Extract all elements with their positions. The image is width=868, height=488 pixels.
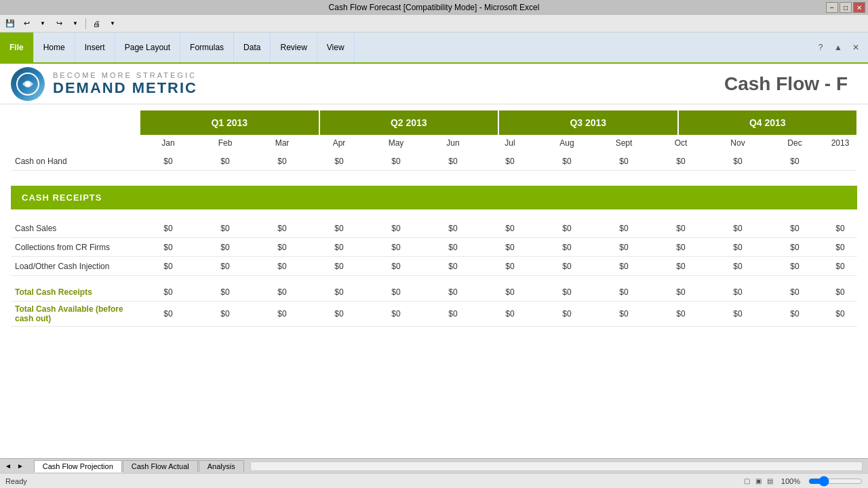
- tab-file[interactable]: File: [0, 33, 34, 62]
- tab-data[interactable]: Data: [234, 33, 271, 62]
- data-cell[interactable]: $0: [481, 154, 538, 169]
- data-cell[interactable]: $0: [595, 285, 652, 300]
- data-cell[interactable]: $0: [652, 154, 709, 169]
- data-cell[interactable]: $0: [140, 221, 197, 236]
- data-cell[interactable]: $0: [595, 154, 652, 169]
- data-cell[interactable]: $0: [481, 240, 538, 255]
- data-cell[interactable]: $0: [425, 154, 481, 169]
- data-cell[interactable]: $0: [254, 221, 311, 236]
- sheet-tab-projection[interactable]: Cash Flow Projection: [34, 460, 122, 472]
- data-cell[interactable]: $0: [254, 259, 311, 274]
- data-cell[interactable]: $0: [368, 259, 425, 274]
- data-cell[interactable]: $0: [652, 240, 709, 255]
- data-cell[interactable]: $0: [538, 285, 595, 300]
- data-cell[interactable]: $0: [766, 285, 823, 300]
- data-cell[interactable]: $0: [368, 306, 425, 321]
- data-cell[interactable]: $0: [140, 240, 197, 255]
- print-preview-button[interactable]: 🖨: [89, 17, 104, 30]
- data-cell[interactable]: $0: [709, 154, 766, 169]
- data-cell[interactable]: $0: [197, 285, 254, 300]
- data-cell[interactable]: $0: [652, 285, 709, 300]
- data-cell[interactable]: $0: [254, 306, 311, 321]
- data-cell[interactable]: $0: [595, 259, 652, 274]
- data-cell[interactable]: $0: [254, 154, 311, 169]
- data-cell[interactable]: $0: [425, 285, 481, 300]
- save-button[interactable]: 💾: [3, 17, 18, 30]
- data-cell[interactable]: $0: [368, 240, 425, 255]
- page-layout-view-button[interactable]: ▣: [755, 477, 762, 485]
- data-cell[interactable]: $0: [197, 306, 254, 321]
- data-cell[interactable]: $0: [254, 285, 311, 300]
- data-cell[interactable]: $0: [766, 154, 823, 169]
- data-cell[interactable]: $0: [766, 259, 823, 274]
- tab-insert[interactable]: Insert: [75, 33, 115, 62]
- sheet-tab-actual[interactable]: Cash Flow Actual: [123, 460, 198, 472]
- data-cell[interactable]: $0: [311, 221, 368, 236]
- data-cell[interactable]: $0: [311, 240, 368, 255]
- undo-button[interactable]: ↩: [19, 17, 34, 30]
- undo-dropdown-button[interactable]: ▼: [35, 17, 50, 30]
- data-cell[interactable]: $0: [140, 259, 197, 274]
- data-cell[interactable]: $0: [197, 240, 254, 255]
- close-button[interactable]: ✕: [853, 2, 865, 13]
- data-cell[interactable]: $0: [652, 306, 709, 321]
- customize-button[interactable]: ▼: [105, 17, 120, 30]
- data-cell[interactable]: $0: [481, 306, 538, 321]
- data-cell[interactable]: $0: [709, 221, 766, 236]
- data-cell[interactable]: $0: [311, 259, 368, 274]
- tab-view[interactable]: View: [317, 33, 355, 62]
- data-cell[interactable]: $0: [311, 154, 368, 169]
- normal-view-button[interactable]: ▢: [744, 477, 750, 485]
- data-cell[interactable]: $0: [766, 306, 823, 321]
- data-cell[interactable]: $0: [709, 285, 766, 300]
- data-cell[interactable]: $0: [538, 259, 595, 274]
- restore-button[interactable]: □: [840, 2, 852, 13]
- data-cell[interactable]: $0: [709, 240, 766, 255]
- data-cell[interactable]: $0: [595, 221, 652, 236]
- data-cell[interactable]: $0: [254, 240, 311, 255]
- data-cell[interactable]: $0: [425, 240, 481, 255]
- data-cell[interactable]: $0: [481, 221, 538, 236]
- ribbon-minimize-icon[interactable]: ▲: [831, 41, 845, 54]
- data-cell[interactable]: $0: [425, 221, 481, 236]
- data-cell[interactable]: $0: [140, 285, 197, 300]
- data-cell[interactable]: $0: [368, 221, 425, 236]
- data-cell[interactable]: $0: [766, 240, 823, 255]
- data-cell[interactable]: $0: [652, 221, 709, 236]
- sheet-nav-prev[interactable]: ◄: [3, 462, 14, 470]
- sheet-tab-analysis[interactable]: Analysis: [199, 460, 244, 472]
- data-cell[interactable]: $0: [311, 306, 368, 321]
- data-cell[interactable]: $0: [368, 154, 425, 169]
- tab-review[interactable]: Review: [271, 33, 317, 62]
- data-cell[interactable]: $0: [766, 221, 823, 236]
- minimize-button[interactable]: −: [826, 2, 838, 13]
- data-cell[interactable]: $0: [425, 259, 481, 274]
- data-cell[interactable]: $0: [197, 259, 254, 274]
- redo-button[interactable]: ↪: [52, 17, 66, 30]
- data-cell[interactable]: $0: [709, 306, 766, 321]
- data-cell[interactable]: $0: [481, 285, 538, 300]
- page-break-view-button[interactable]: ▤: [767, 477, 773, 485]
- data-cell[interactable]: $0: [538, 240, 595, 255]
- tab-formulas[interactable]: Formulas: [180, 33, 234, 62]
- redo-dropdown-button[interactable]: ▼: [68, 17, 83, 30]
- help-icon[interactable]: ?: [814, 41, 827, 54]
- data-cell[interactable]: $0: [311, 285, 368, 300]
- data-cell[interactable]: $0: [197, 221, 254, 236]
- data-cell[interactable]: $0: [652, 259, 709, 274]
- data-cell[interactable]: $0: [481, 259, 538, 274]
- tab-home[interactable]: Home: [34, 33, 75, 62]
- data-cell[interactable]: $0: [368, 285, 425, 300]
- data-cell[interactable]: $0: [425, 306, 481, 321]
- data-cell[interactable]: $0: [538, 306, 595, 321]
- ribbon-close-icon[interactable]: ✕: [849, 41, 863, 54]
- data-cell[interactable]: $0: [595, 306, 652, 321]
- data-cell[interactable]: $0: [140, 154, 197, 169]
- sheet-nav-next[interactable]: ►: [15, 462, 26, 470]
- data-cell[interactable]: $0: [595, 240, 652, 255]
- horizontal-scrollbar[interactable]: [250, 462, 863, 471]
- data-cell[interactable]: $0: [140, 306, 197, 321]
- zoom-slider[interactable]: [808, 477, 863, 485]
- data-cell[interactable]: $0: [197, 154, 254, 169]
- data-cell[interactable]: $0: [709, 259, 766, 274]
